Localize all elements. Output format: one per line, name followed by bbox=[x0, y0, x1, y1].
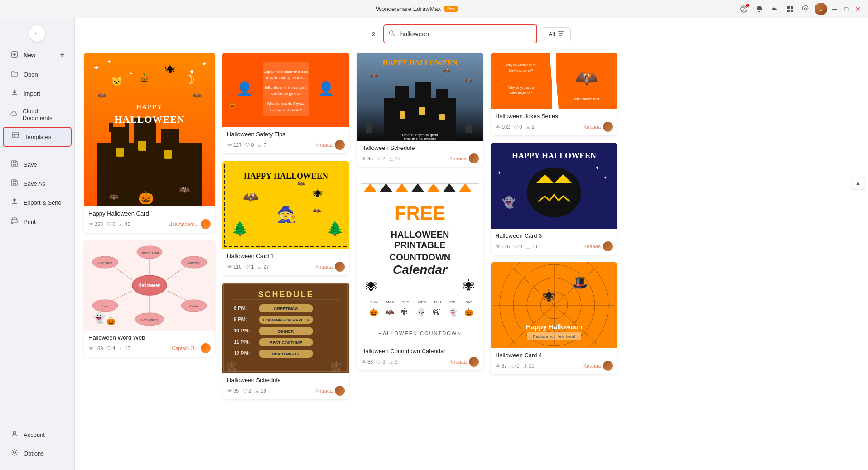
back-button[interactable]: ← bbox=[29, 25, 45, 42]
filter-button[interactable]: All bbox=[542, 27, 571, 41]
export-label: Export & Send bbox=[24, 199, 62, 206]
svg-text:🎃: 🎃 bbox=[229, 101, 236, 108]
svg-line-165 bbox=[552, 53, 556, 109]
svg-point-80 bbox=[229, 144, 231, 146]
template-card-halloween-card1[interactable]: HAPPY HALLOWEEN 🦇 🧙 🕷 🌲 🌲 bbox=[222, 161, 349, 275]
card-meta: 102 0 2 bbox=[495, 122, 613, 132]
card-info-word-web: Halloween Word Web 169 4 bbox=[84, 331, 215, 357]
sidebar-item-new[interactable]: New + bbox=[3, 46, 72, 64]
template-card-halloween-card4[interactable]: 🕷 🎩 Happy Halloween Replace your text he… bbox=[491, 262, 617, 374]
save-icon bbox=[10, 160, 19, 169]
svg-text:they're so smart?: they're so smart? bbox=[509, 69, 533, 72]
svg-text:🕷: 🕷 bbox=[543, 289, 555, 303]
pro-badge: Pro bbox=[444, 6, 458, 12]
main-layout: ← New + Open Import Cloud Documents bbox=[0, 18, 868, 470]
bell-icon[interactable] bbox=[753, 3, 766, 15]
sidebar-item-options[interactable]: Options bbox=[3, 444, 72, 462]
svg-text:Jack: Jack bbox=[102, 305, 109, 308]
template-grid: ✦ ✦ ✦ ✦ ✦ 🕷 ☽ 🎃 bbox=[84, 53, 859, 399]
halloween-card1-svg: HAPPY HALLOWEEN 🦇 🧙 🕷 🌲 🌲 bbox=[222, 161, 349, 249]
views: 95 bbox=[361, 156, 373, 161]
sidebar-item-export[interactable]: Export & Send bbox=[3, 193, 72, 211]
downloads: 43 bbox=[119, 221, 130, 227]
card-author: Kiraaaa bbox=[449, 357, 479, 367]
sidebar-item-import[interactable]: Import bbox=[3, 84, 72, 102]
svg-text:Replace your text here!: Replace your text here! bbox=[533, 334, 575, 339]
titlebar-center: Wondershare EdrawMax Pro bbox=[376, 5, 458, 12]
card-meta: 169 4 13 bbox=[88, 343, 211, 353]
account-label: Account bbox=[24, 432, 45, 438]
scroll-top-button[interactable]: ▲ bbox=[852, 177, 864, 189]
template-card-safety-tips[interactable]: 👤 🎃 👤 Explain to children that safe tric… bbox=[222, 53, 349, 153]
svg-text:HAPPY HALLOWEEN: HAPPY HALLOWEEN bbox=[244, 172, 328, 181]
card-meta: 87 0 10 bbox=[495, 361, 613, 371]
svg-rect-127 bbox=[465, 124, 472, 133]
svg-text:DISCO PARTY: DISCO PARTY bbox=[272, 352, 300, 356]
svg-text:time this halloween!: time this halloween! bbox=[404, 137, 436, 141]
help-icon[interactable]: ? bbox=[738, 3, 750, 15]
views: 116 bbox=[495, 244, 510, 249]
template-column-3: HAPPY HALLOWEEN 🦇 🦇 🦇 bbox=[357, 53, 483, 370]
template-card-word-web[interactable]: Halloween Trick or Treat Mummy bbox=[84, 240, 215, 357]
likes: 0 bbox=[511, 363, 519, 369]
svg-text:WED: WED bbox=[418, 300, 426, 304]
sidebar-item-saveas[interactable]: + Save As bbox=[3, 174, 72, 192]
svg-point-15 bbox=[389, 31, 393, 34]
search-input[interactable] bbox=[384, 25, 536, 43]
filter-label: All bbox=[549, 31, 555, 38]
sidebar-item-templates[interactable]: Templates bbox=[3, 127, 72, 147]
card-info-card2: Halloween Schedule 95 2 bbox=[357, 141, 483, 167]
svg-text:👤: 👤 bbox=[318, 81, 335, 97]
sidebar-item-open[interactable]: Open bbox=[3, 65, 72, 83]
layout-icon[interactable] bbox=[784, 3, 796, 15]
svg-point-45 bbox=[90, 223, 92, 225]
card-info-card4: Halloween Card 4 87 0 bbox=[491, 348, 617, 374]
card-meta: 88 3 9 bbox=[361, 357, 479, 367]
template-card-countdown[interactable]: FREE HALLOWEEN PRINTABLE COUNTDOWN Calen… bbox=[357, 174, 483, 370]
likes: 0 bbox=[513, 244, 522, 249]
share-icon[interactable] bbox=[768, 3, 781, 15]
svg-text:🦇: 🦇 bbox=[97, 91, 106, 100]
close-button[interactable]: ✕ bbox=[854, 5, 863, 14]
card-meta: 127 0 7 bbox=[227, 140, 345, 150]
svg-text:HAPPY HALLOWEEN: HAPPY HALLOWEEN bbox=[382, 59, 458, 67]
sidebar-bottom: Account Options bbox=[0, 425, 74, 466]
card-author: Kiraaaa bbox=[315, 386, 345, 396]
svg-text:HALLOWEEN: HALLOWEEN bbox=[114, 114, 185, 125]
template-card-halloween-card3[interactable]: HAPPY HALLOWEEN 👻 bbox=[491, 143, 617, 255]
svg-text:+: + bbox=[15, 180, 17, 182]
print-icon bbox=[10, 217, 19, 226]
svg-point-197 bbox=[497, 365, 499, 367]
card-info-card1: Halloween Card 1 110 1 bbox=[222, 249, 349, 275]
svg-rect-124 bbox=[419, 107, 425, 115]
saveas-icon: + bbox=[10, 179, 19, 188]
author-avatar bbox=[603, 361, 613, 371]
downloads: 9 bbox=[389, 359, 397, 364]
svg-text:🦇: 🦇 bbox=[109, 192, 119, 202]
views: 88 bbox=[361, 359, 373, 364]
author-avatar bbox=[603, 122, 613, 132]
template-card-halloween-card2[interactable]: HAPPY HALLOWEEN 🦇 🦇 🦇 bbox=[357, 53, 483, 167]
sidebar-item-print[interactable]: Print bbox=[3, 212, 72, 230]
template-card-schedule[interactable]: SCHEDULE 8 PM: GREETINGS 9 PM: BOBBING F… bbox=[222, 283, 349, 399]
sidebar-item-account[interactable]: Account bbox=[3, 426, 72, 444]
template-grid-area: ✦ ✦ ✦ ✦ ✦ 🕷 ☽ 🎃 bbox=[75, 48, 868, 470]
card-info-card3: Halloween Card 3 116 0 bbox=[491, 229, 617, 255]
author-avatar bbox=[469, 357, 479, 367]
template-card-jokes[interactable]: Why do witches think they're so smart? W… bbox=[491, 53, 617, 135]
svg-text:✦: ✦ bbox=[202, 60, 207, 67]
gear-icon[interactable] bbox=[799, 3, 812, 15]
svg-text:🦇: 🦇 bbox=[385, 308, 394, 317]
template-card-happy-halloween[interactable]: ✦ ✦ ✦ ✦ ✦ 🕷 ☽ 🎃 bbox=[84, 53, 215, 233]
user-avatar[interactable]: U bbox=[815, 3, 827, 15]
search-icon bbox=[389, 30, 395, 38]
sidebar-item-cloud[interactable]: Cloud Documents bbox=[3, 103, 72, 126]
downloads: 18 bbox=[389, 156, 400, 161]
sidebar-item-save[interactable]: Save bbox=[3, 155, 72, 173]
export-icon bbox=[10, 198, 19, 207]
maximize-button[interactable]: □ bbox=[842, 5, 851, 14]
card-title: Halloween Word Web bbox=[88, 334, 211, 341]
minimize-button[interactable]: ─ bbox=[830, 5, 839, 14]
svg-text:What do you do if you...: What do you do if you... bbox=[267, 101, 305, 106]
options-icon bbox=[10, 449, 19, 458]
